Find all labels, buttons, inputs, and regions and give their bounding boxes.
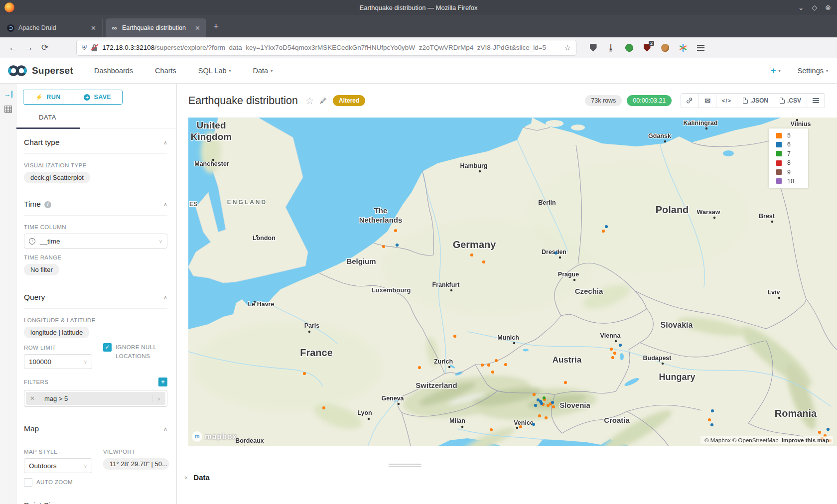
ignore-null-checkbox[interactable]: ✓	[103, 343, 112, 352]
pocket-shield-icon[interactable]	[589, 43, 597, 52]
data-panel-toggle[interactable]: › Data	[185, 473, 210, 482]
earthquake-point[interactable]	[533, 393, 536, 396]
earthquake-point[interactable]	[610, 348, 613, 351]
map-style-select[interactable]: Outdoors∨	[24, 458, 92, 473]
earthquake-point[interactable]	[487, 364, 490, 367]
earthquake-point[interactable]	[564, 381, 567, 384]
improve-map-link[interactable]: Improve this map	[782, 437, 829, 443]
time-column-select[interactable]: __time∨	[24, 234, 167, 249]
earthquake-point[interactable]	[551, 401, 554, 404]
earthquake-point[interactable]	[602, 230, 605, 233]
downloads-icon[interactable]: ⭳	[607, 43, 615, 52]
earthquake-point[interactable]	[322, 406, 325, 409]
earthquake-point[interactable]	[482, 260, 485, 263]
viewport-pill[interactable]: 11° 28' 29.70" | 50...	[103, 458, 169, 470]
run-button[interactable]: ⚡RUN	[23, 90, 73, 104]
close-tab-icon[interactable]: ✕	[90, 24, 97, 32]
save-button[interactable]: +SAVE	[73, 90, 123, 104]
close-tab-icon[interactable]: ✕	[194, 24, 201, 32]
section-chart-type[interactable]: Chart type∧	[24, 128, 167, 154]
tab-earthquake-distribution[interactable]: ∞ Earthquake distribution ✕	[106, 18, 206, 37]
superset-logo[interactable]: Superset	[7, 64, 73, 77]
earthquake-point[interactable]	[827, 428, 830, 431]
tab-apache-druid[interactable]: Apache Druid ✕	[2, 18, 103, 37]
earthquake-point[interactable]	[481, 364, 484, 367]
earthquake-point[interactable]	[491, 371, 494, 374]
export-json-button[interactable]: .JSON	[737, 94, 774, 108]
earthquake-point[interactable]	[538, 414, 541, 417]
auto-zoom-checkbox[interactable]	[24, 478, 32, 487]
legend-item[interactable]: 5	[776, 132, 808, 139]
legend-item[interactable]: 8	[776, 159, 808, 166]
insecure-lock-icon[interactable]	[91, 44, 98, 51]
nav-charts[interactable]: Charts	[155, 67, 176, 75]
earthquake-point[interactable]	[540, 402, 543, 405]
export-csv-button[interactable]: .CSV	[774, 94, 807, 108]
earthquake-point[interactable]	[708, 418, 711, 421]
more-options-button[interactable]	[807, 94, 825, 108]
panel-resize-handle[interactable]	[389, 462, 421, 468]
nav-data[interactable]: Data▾	[253, 67, 273, 75]
window-close-button[interactable]: ⊗	[825, 3, 831, 11]
back-button[interactable]: ←	[5, 43, 21, 53]
earthquake-point[interactable]	[613, 352, 616, 355]
earthquake-point[interactable]	[490, 428, 493, 431]
attribution-text[interactable]: © Mapbox © OpenStreetMap	[704, 437, 779, 443]
embed-code-button[interactable]: </>	[716, 94, 737, 108]
earthquake-point[interactable]	[545, 416, 548, 419]
nav-dashboards[interactable]: Dashboards	[94, 67, 133, 75]
tracking-protection-shield-icon[interactable]: ⛨	[82, 44, 87, 52]
earthquake-point[interactable]	[532, 423, 535, 426]
earthquake-point[interactable]	[611, 356, 614, 359]
legend-item[interactable]: 6	[776, 141, 808, 148]
expand-panel-icon[interactable]: →	[4, 91, 12, 98]
chevron-right-icon[interactable]: ›	[152, 395, 165, 402]
earthquake-point[interactable]	[418, 366, 421, 369]
earthquake-point[interactable]	[396, 244, 399, 247]
section-point-size[interactable]: Point Size∨	[24, 492, 167, 504]
section-map[interactable]: Map∧	[24, 415, 167, 440]
earthquake-point[interactable]	[543, 396, 546, 399]
earthquake-point[interactable]	[382, 245, 385, 248]
section-time[interactable]: Timei ∧	[24, 190, 167, 216]
reload-button[interactable]: ⟳	[37, 42, 53, 53]
legend-item[interactable]: 10	[776, 178, 808, 185]
email-button[interactable]: ✉	[699, 94, 716, 108]
earthquake-point[interactable]	[470, 253, 473, 256]
earthquake-point[interactable]	[519, 425, 522, 428]
viz-type-pill[interactable]: deck.gl Scatterplot	[24, 172, 90, 183]
extension-asterisk-icon[interactable]	[679, 43, 687, 52]
new-tab-button[interactable]: +	[206, 21, 226, 32]
window-minimize-button[interactable]: ⌄	[798, 3, 804, 11]
tab-data[interactable]: DATA	[39, 114, 56, 121]
forward-button[interactable]: →	[21, 43, 37, 53]
cookie-extension-icon[interactable]	[661, 43, 669, 52]
earthquake-point[interactable]	[534, 404, 537, 407]
edit-properties-icon[interactable]: 🖉	[320, 97, 327, 105]
earthquake-point[interactable]	[818, 431, 821, 434]
mapbox-logo[interactable]: m mapbox	[192, 431, 237, 442]
legend-item[interactable]: 7	[776, 150, 808, 157]
section-query[interactable]: Query∧	[24, 283, 167, 309]
earthquake-point[interactable]	[710, 423, 713, 426]
add-filter-button[interactable]: +	[158, 378, 167, 386]
privacy-extension-icon[interactable]	[625, 43, 633, 52]
copy-link-button[interactable]	[681, 94, 699, 108]
lonlat-pill[interactable]: longitude | latitude	[24, 327, 89, 338]
earthquake-point[interactable]	[453, 335, 456, 338]
deckgl-scatterplot-map[interactable]: UnitedKingdomENGLANDTheNetherlandsBelgiu…	[188, 118, 837, 446]
favorite-star-icon[interactable]: ☆	[305, 95, 314, 107]
add-new-button[interactable]: +▾	[771, 66, 781, 76]
time-range-pill[interactable]: No filter	[24, 264, 59, 275]
earthquake-point[interactable]	[555, 252, 558, 254]
earthquake-point[interactable]	[495, 359, 498, 362]
nav-sql-lab[interactable]: SQL Lab▾	[198, 67, 231, 75]
bookmark-star-icon[interactable]: ☆	[564, 43, 571, 52]
earthquake-point[interactable]	[605, 225, 608, 228]
filter-value[interactable]: mag > 5	[39, 395, 152, 402]
row-limit-select[interactable]: 100000∨	[24, 354, 92, 369]
datasource-grid-icon[interactable]	[4, 106, 12, 113]
earthquake-point[interactable]	[619, 344, 622, 347]
earthquake-point[interactable]	[303, 372, 306, 375]
menu-hamburger-icon[interactable]	[697, 43, 705, 52]
